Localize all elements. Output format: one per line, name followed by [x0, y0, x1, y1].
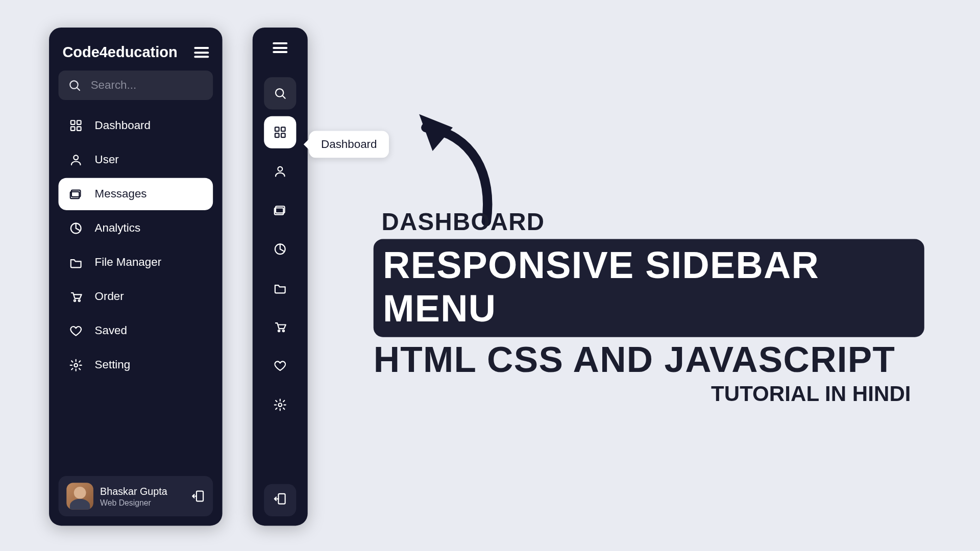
- sidebar-item-file-manager[interactable]: File Manager: [58, 246, 213, 279]
- menu-toggle-icon[interactable]: [273, 42, 287, 53]
- sidebar-expanded: Code4education Dashboard User Messages A: [49, 28, 223, 525]
- messages-icon: [274, 204, 287, 217]
- cart-icon: [69, 290, 83, 304]
- mini-item-dashboard[interactable]: [264, 116, 296, 148]
- mini-item-saved[interactable]: [264, 350, 296, 382]
- headline-sub: HTML CSS AND JAVASCRIPT: [374, 338, 924, 380]
- logout-icon[interactable]: [191, 489, 205, 503]
- sidebar-header: Code4education: [58, 40, 213, 71]
- cart-icon: [274, 320, 287, 334]
- sidebar-item-label: File Manager: [95, 256, 162, 269]
- sidebar-item-saved[interactable]: Saved: [58, 315, 213, 347]
- sidebar-item-order[interactable]: Order: [58, 281, 213, 313]
- gear-icon: [274, 398, 287, 411]
- sidebar-item-label: Setting: [95, 359, 131, 372]
- tooltip-dashboard: Dashboard: [309, 131, 389, 158]
- messages-icon: [69, 187, 83, 201]
- search-box[interactable]: [58, 70, 213, 100]
- logout-icon: [274, 492, 287, 509]
- sidebar-footer: Bhaskar Gupta Web Designer: [58, 476, 213, 516]
- mini-item-messages[interactable]: [264, 194, 296, 226]
- search-icon: [68, 79, 81, 92]
- mini-item-analytics[interactable]: [264, 233, 296, 265]
- user-name: Bhaskar Gupta: [100, 485, 185, 496]
- user-role: Web Designer: [100, 498, 185, 507]
- user-icon: [274, 164, 287, 178]
- mini-item-order[interactable]: [264, 311, 296, 343]
- search-icon: [274, 87, 287, 100]
- mini-item-file-manager[interactable]: [264, 272, 296, 304]
- headline-pill: RESPONSIVE SIDEBAR MENU: [374, 239, 924, 337]
- sidebar-item-label: Saved: [95, 324, 127, 338]
- sidebar-item-label: Order: [95, 290, 124, 304]
- analytics-icon: [274, 242, 287, 256]
- analytics-icon: [69, 221, 83, 235]
- sidebar-collapsed: [253, 28, 308, 525]
- mini-item-user[interactable]: [264, 155, 296, 187]
- heart-icon: [69, 324, 83, 338]
- sidebar-item-analytics[interactable]: Analytics: [58, 212, 213, 244]
- user-meta: Bhaskar Gupta Web Designer: [100, 485, 185, 507]
- sidebar-item-setting[interactable]: Setting: [58, 349, 213, 381]
- sidebar-item-messages[interactable]: Messages: [58, 178, 213, 210]
- avatar[interactable]: [66, 483, 93, 510]
- user-icon: [69, 153, 83, 166]
- mini-item-setting[interactable]: [264, 389, 296, 421]
- sidebar-item-dashboard[interactable]: Dashboard: [58, 110, 213, 142]
- sidebar-item-label: Dashboard: [95, 119, 151, 132]
- headline-kicker: DASHBOARD: [381, 208, 924, 236]
- heart-icon: [274, 359, 287, 372]
- sidebar-item-label: Messages: [95, 187, 147, 201]
- folder-icon: [69, 256, 83, 269]
- search-input[interactable]: [91, 79, 204, 92]
- gear-icon: [69, 359, 83, 372]
- menu-toggle-icon[interactable]: [194, 47, 209, 58]
- mini-search[interactable]: [264, 77, 296, 109]
- sidebar-item-label: User: [95, 153, 119, 166]
- headline-block: DASHBOARD RESPONSIVE SIDEBAR MENU HTML C…: [374, 208, 924, 406]
- mini-logout[interactable]: [264, 484, 296, 516]
- sidebar-item-label: Analytics: [95, 221, 141, 235]
- headline-tag: TUTORIAL IN HINDI: [374, 381, 924, 406]
- nav-list: Dashboard User Messages Analytics File M…: [58, 110, 213, 468]
- sidebar-item-user[interactable]: User: [58, 144, 213, 176]
- folder-icon: [274, 281, 287, 294]
- grid-icon: [274, 126, 287, 139]
- brand-title: Code4education: [62, 44, 177, 61]
- grid-icon: [69, 119, 83, 132]
